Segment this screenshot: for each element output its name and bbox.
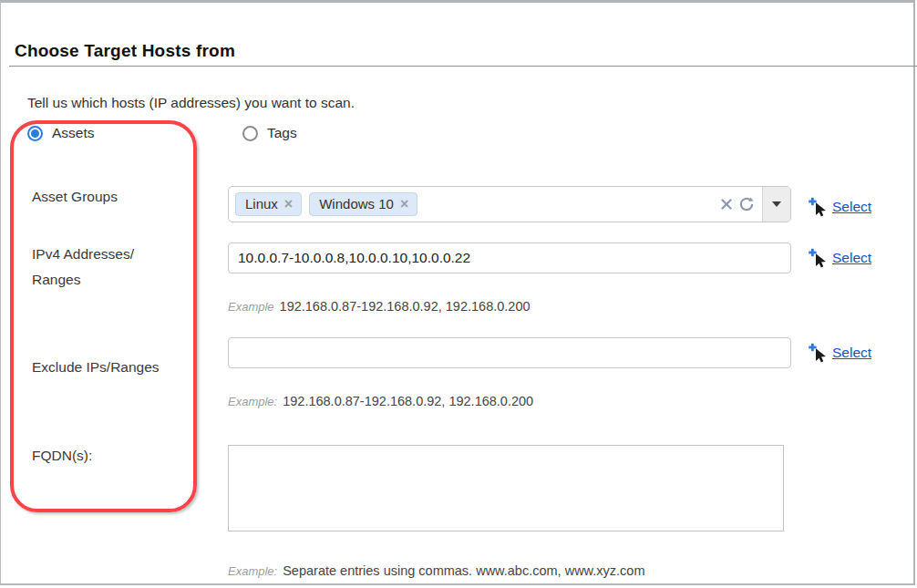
fqdn-example: Example:Separate entries using commas. w… — [228, 562, 644, 579]
fqdn-label: FQDN(s): — [32, 448, 92, 464]
ipv4-label-line1: IPv4 Addresses/ — [32, 246, 134, 263]
chip-linux-remove-icon[interactable]: × — [284, 197, 293, 211]
asset-groups-select-label[interactable]: Select — [832, 199, 871, 215]
caret-down-icon — [772, 201, 781, 207]
chip-windows10: Windows 10 × — [309, 192, 417, 216]
ipv4-label-line2: Ranges — [32, 272, 80, 288]
asset-groups-label: Asset Groups — [32, 189, 118, 205]
fqdn-example-label: Example: — [228, 564, 277, 578]
asset-groups-combobox[interactable]: Linux × Windows 10 × — [228, 186, 791, 222]
chip-linux-text: Linux — [245, 196, 278, 211]
select-pointer-plus-icon — [808, 343, 829, 364]
choose-target-hosts-panel: Choose Target Hosts from Tell us which h… — [0, 0, 917, 588]
ipv4-select-label[interactable]: Select — [832, 250, 871, 266]
ipv4-example-label: Example — [228, 300, 274, 314]
chip-windows10-text: Windows 10 — [319, 196, 394, 211]
radio-assets[interactable]: Assets — [27, 125, 95, 141]
asset-groups-select-link[interactable]: Select — [808, 189, 871, 225]
chip-linux: Linux × — [235, 192, 302, 216]
source-radio-group: Assets Tags — [0, 125, 917, 143]
radio-assets-label: Assets — [52, 125, 95, 141]
clear-selection-icon[interactable] — [716, 194, 737, 214]
intro-text: Tell us which hosts (IP addresses) you w… — [27, 95, 355, 111]
radio-tags-label: Tags — [267, 125, 297, 141]
ipv4-example-text: 192.168.0.87-192.168.0.92, 192.168.0.200 — [280, 299, 531, 314]
exclude-example-text: 192.168.0.87-192.168.0.92, 192.168.0.200 — [283, 394, 533, 408]
exclude-select-label[interactable]: Select — [832, 345, 871, 361]
ipv4-example: Example192.168.0.87-192.168.0.92, 192.16… — [228, 298, 531, 315]
title-divider — [9, 66, 917, 67]
refresh-icon[interactable] — [737, 194, 757, 214]
radio-selected-icon[interactable] — [27, 126, 43, 141]
fqdn-textarea[interactable] — [228, 445, 784, 531]
exclude-ips-input[interactable] — [228, 337, 791, 368]
combo-tools — [716, 187, 790, 222]
dropdown-button[interactable] — [762, 187, 790, 222]
radio-unselected-icon[interactable] — [242, 126, 258, 141]
ipv4-select-link[interactable]: Select — [808, 242, 871, 273]
select-pointer-plus-icon — [808, 248, 829, 269]
select-pointer-plus-icon — [808, 197, 829, 218]
chip-windows10-remove-icon[interactable]: × — [400, 197, 408, 211]
page-title: Choose Target Hosts from — [15, 41, 235, 61]
exclude-example-label: Example: — [228, 395, 277, 408]
ipv4-addresses-input[interactable] — [228, 242, 791, 273]
exclude-example: Example:192.168.0.87-192.168.0.92, 192.1… — [228, 393, 533, 409]
radio-tags[interactable]: Tags — [242, 125, 297, 141]
fqdn-example-text: Separate entries using commas. www.abc.c… — [283, 563, 644, 578]
exclude-select-link[interactable]: Select — [808, 337, 871, 368]
exclude-label: Exclude IPs/Ranges — [32, 359, 160, 376]
